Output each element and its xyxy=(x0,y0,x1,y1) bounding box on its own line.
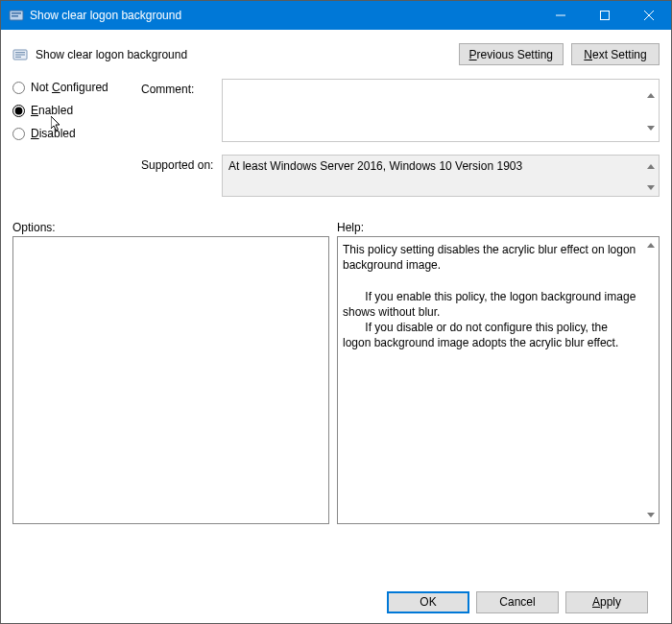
help-scroll-down[interactable] xyxy=(642,507,659,523)
comment-spin-up[interactable] xyxy=(643,80,659,112)
maximize-button[interactable] xyxy=(583,1,627,30)
policy-editor-window: Show clear logon background Show clear l… xyxy=(0,0,672,624)
svg-rect-1 xyxy=(12,12,21,14)
options-label: Options: xyxy=(12,221,337,234)
window-title: Show clear logon background xyxy=(30,9,539,22)
policy-icon xyxy=(12,47,28,62)
help-scroll-up[interactable] xyxy=(642,237,659,253)
comment-label: Comment: xyxy=(141,79,218,96)
panels-row: This policy setting disables the acrylic… xyxy=(12,236,660,581)
svg-rect-6 xyxy=(15,54,25,55)
comment-spin xyxy=(643,80,659,144)
comment-spin-down[interactable] xyxy=(643,112,659,145)
previous-setting-button[interactable]: Previous Setting xyxy=(459,43,564,65)
supported-spin-up[interactable] xyxy=(643,156,659,178)
radio-not-configured[interactable]: Not Configured xyxy=(12,81,137,94)
radio-disabled-input[interactable] xyxy=(12,128,25,140)
policy-title: Show clear logon background xyxy=(36,48,187,61)
cancel-button[interactable]: Cancel xyxy=(476,591,559,613)
state-radio-group: Not Configured Enabled Disabled xyxy=(12,79,137,140)
radio-disabled-label: Disabled xyxy=(31,127,76,140)
header-row: Show clear logon background Previous Set… xyxy=(12,39,660,73)
radio-disabled[interactable]: Disabled xyxy=(12,127,137,140)
section-labels: Options: Help: xyxy=(12,221,660,234)
radio-enabled[interactable]: Enabled xyxy=(12,104,137,117)
help-text: This policy setting disables the acrylic… xyxy=(339,238,641,522)
help-panel: This policy setting disables the acrylic… xyxy=(337,236,660,524)
radio-not-configured-input[interactable] xyxy=(12,82,25,94)
apply-button[interactable]: Apply xyxy=(565,591,648,613)
settings-grid: Not Configured Enabled Disabled Comment: xyxy=(12,79,660,200)
comment-textarea[interactable] xyxy=(222,79,660,142)
svg-rect-2 xyxy=(12,15,18,17)
svg-rect-7 xyxy=(15,56,21,57)
supported-field-wrap xyxy=(222,155,660,200)
supported-label: Supported on: xyxy=(141,155,218,172)
content-area: Show clear logon background Previous Set… xyxy=(1,30,671,623)
help-label: Help: xyxy=(337,221,364,234)
minimize-button[interactable] xyxy=(539,1,583,30)
options-panel xyxy=(12,236,329,524)
titlebar: Show clear logon background xyxy=(1,1,671,30)
svg-rect-3 xyxy=(601,12,610,20)
radio-enabled-input[interactable] xyxy=(12,105,25,117)
next-setting-button[interactable]: Next Setting xyxy=(571,43,660,65)
close-button[interactable] xyxy=(627,1,671,30)
help-scroll-track[interactable] xyxy=(642,253,659,507)
radio-not-configured-label: Not Configured xyxy=(31,81,108,94)
supported-spin xyxy=(643,156,659,199)
supported-textarea xyxy=(222,155,660,197)
comment-field-wrap xyxy=(222,79,660,145)
ok-button[interactable]: OK xyxy=(387,591,469,613)
radio-enabled-label: Enabled xyxy=(31,104,73,117)
supported-spin-down[interactable] xyxy=(643,178,659,200)
footer: OK Cancel Apply xyxy=(12,581,660,623)
help-scroll xyxy=(642,237,659,523)
app-icon xyxy=(9,8,24,23)
svg-rect-5 xyxy=(15,52,25,53)
